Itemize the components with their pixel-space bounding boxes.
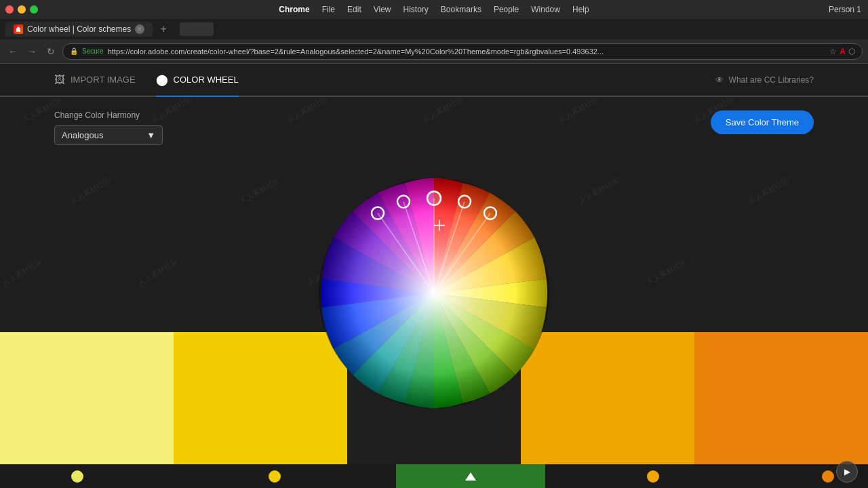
- macos-titlebar: Chrome File Edit View History Bookmarks …: [0, 0, 868, 19]
- svg-point-9: [484, 207, 496, 220]
- color-wheel-nav[interactable]: ⬤ COLOR WHEEL: [156, 73, 239, 97]
- maximize-window-button[interactable]: [30, 5, 38, 14]
- svg-point-10: [397, 196, 410, 208]
- new-tab-button[interactable]: +: [155, 21, 172, 37]
- swatch-5[interactable]: [694, 332, 868, 464]
- save-color-theme-button[interactable]: Save Color Theme: [711, 110, 814, 134]
- tab-favicon: [14, 24, 23, 34]
- swatch-dot-4[interactable]: [647, 470, 659, 483]
- triangle-icon: [465, 472, 476, 481]
- tab-close-button[interactable]: ✕: [135, 24, 144, 34]
- address-url: https://color.adobe.com/create/color-whe…: [108, 47, 604, 56]
- import-image-label: IMPORT IMAGE: [71, 75, 136, 85]
- swatch-green-bottom[interactable]: [396, 464, 545, 488]
- color-wheel-svg: [319, 178, 549, 409]
- swatch-dot-1[interactable]: [71, 470, 83, 483]
- menu-help[interactable]: Help: [572, 5, 589, 14]
- tab-placeholder: [180, 22, 214, 36]
- bookmark-icon[interactable]: ☆: [829, 47, 837, 56]
- active-tab[interactable]: Color wheel | Color schemes ✕: [5, 22, 153, 37]
- menu-window[interactable]: Window: [531, 5, 560, 14]
- cc-libraries-link[interactable]: 👁 What are CC Libraries?: [715, 75, 814, 85]
- color-wheel-label: COLOR WHEEL: [174, 75, 239, 85]
- main-content: 人人素材社区 人人素材社区 人人素材社区 人人素材社区 人人素材社区 人人素材社…: [0, 64, 868, 488]
- harmony-value: Analogous: [62, 130, 103, 140]
- address-bar[interactable]: 🔒 Secure https://color.adobe.com/create/…: [62, 43, 863, 60]
- close-window-button[interactable]: [5, 5, 14, 14]
- swatch-dot-2[interactable]: [269, 470, 281, 483]
- reload-button[interactable]: ↻: [43, 44, 58, 59]
- browser-tab-bar: Color wheel | Color schemes ✕ +: [0, 19, 868, 39]
- menu-bookmarks[interactable]: Bookmarks: [441, 5, 481, 14]
- svg-point-11: [372, 207, 384, 220]
- bottom-strip: [0, 464, 868, 488]
- change-harmony-label: Change Color Harmony: [54, 110, 163, 120]
- cc-icon: 👁: [715, 75, 724, 85]
- menu-file[interactable]: File: [322, 5, 335, 14]
- person-label: Person 1: [829, 5, 861, 14]
- menu-view[interactable]: View: [374, 5, 391, 14]
- menu-people[interactable]: People: [494, 5, 519, 14]
- forward-button[interactable]: →: [24, 44, 39, 59]
- menu-edit[interactable]: Edit: [347, 5, 361, 14]
- color-wheel-container[interactable]: [319, 178, 549, 411]
- address-bar-row: ← → ↻ 🔒 Secure https://color.adobe.com/c…: [0, 39, 868, 64]
- back-button[interactable]: ←: [5, 44, 20, 59]
- adobe-icon[interactable]: A: [840, 47, 846, 56]
- top-nav: 🖼 IMPORT IMAGE ⬤ COLOR WHEEL 👁 What are …: [0, 64, 868, 97]
- secure-badge: 🔒: [70, 47, 78, 55]
- controls-area: Change Color Harmony Analogous ▼ Save Co…: [0, 97, 868, 159]
- minimize-window-button[interactable]: [18, 5, 26, 14]
- macos-menu-bar: Chrome File Edit View History Bookmarks …: [279, 5, 589, 14]
- svg-point-7: [427, 192, 441, 205]
- swatch-1[interactable]: [0, 332, 174, 464]
- import-image-nav[interactable]: 🖼 IMPORT IMAGE: [54, 74, 136, 86]
- cc-libraries-label: What are CC Libraries?: [729, 75, 814, 85]
- svg-point-8: [458, 196, 471, 208]
- import-image-icon: 🖼: [54, 74, 65, 86]
- chevron-down-icon: ▼: [146, 130, 155, 140]
- tab-title: Color wheel | Color schemes: [27, 24, 131, 34]
- address-bar-icons: ☆ A ⬡: [829, 47, 855, 56]
- color-wheel-icon: ⬤: [156, 73, 168, 86]
- secure-label: Secure: [82, 47, 104, 55]
- harmony-control: Change Color Harmony Analogous ▼: [54, 110, 163, 145]
- menu-chrome[interactable]: Chrome: [279, 5, 309, 14]
- play-arrow-button[interactable]: ▶: [836, 461, 858, 483]
- harmony-dropdown[interactable]: Analogous ▼: [54, 125, 163, 145]
- menu-history[interactable]: History: [403, 5, 429, 14]
- extension-icon[interactable]: ⬡: [848, 47, 855, 56]
- swatch-dot-5[interactable]: [822, 470, 834, 483]
